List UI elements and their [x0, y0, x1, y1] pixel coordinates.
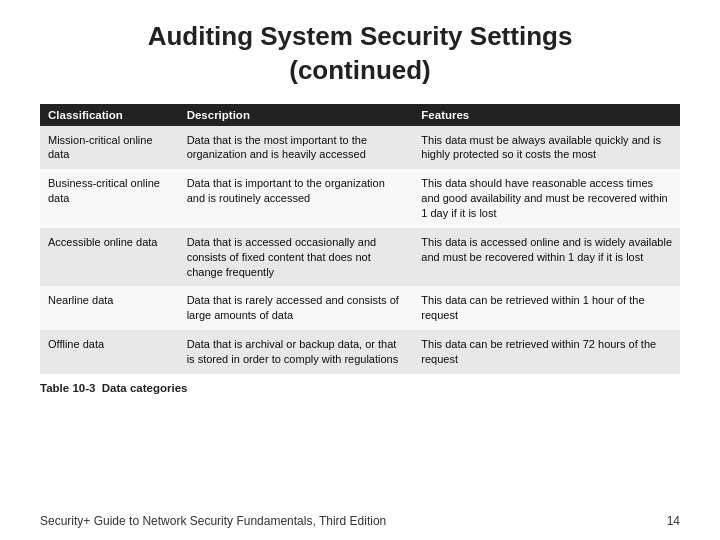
col-header-features: Features	[413, 104, 680, 126]
cell-description: Data that is the most important to the o…	[179, 126, 414, 170]
table-row: Offline dataData that is archival or bac…	[40, 330, 680, 374]
footer-left: Security+ Guide to Network Security Fund…	[40, 514, 386, 528]
cell-description: Data that is archival or backup data, or…	[179, 330, 414, 374]
table-header-row: Classification Description Features	[40, 104, 680, 126]
footer: Security+ Guide to Network Security Fund…	[40, 514, 680, 528]
table-row: Business-critical online dataData that i…	[40, 169, 680, 228]
cell-features: This data must be always available quick…	[413, 126, 680, 170]
cell-classification: Offline data	[40, 330, 179, 374]
cell-classification: Accessible online data	[40, 228, 179, 287]
cell-features: This data is accessed online and is wide…	[413, 228, 680, 287]
page: Auditing System Security Settings(contin…	[0, 0, 720, 540]
table-caption-label: Table 10-3	[40, 382, 95, 394]
col-header-classification: Classification	[40, 104, 179, 126]
cell-classification: Mission-critical online data	[40, 126, 179, 170]
cell-features: This data can be retrieved within 1 hour…	[413, 286, 680, 330]
table-row: Mission-critical online dataData that is…	[40, 126, 680, 170]
cell-classification: Nearline data	[40, 286, 179, 330]
page-title: Auditing System Security Settings(contin…	[40, 20, 680, 88]
cell-description: Data that is important to the organizati…	[179, 169, 414, 228]
cell-description: Data that is accessed occasionally and c…	[179, 228, 414, 287]
table-caption-text: Data categories	[102, 382, 188, 394]
col-header-description: Description	[179, 104, 414, 126]
cell-description: Data that is rarely accessed and consist…	[179, 286, 414, 330]
table-row: Nearline dataData that is rarely accesse…	[40, 286, 680, 330]
data-table: Classification Description Features Miss…	[40, 104, 680, 374]
footer-right: 14	[667, 514, 680, 528]
cell-features: This data can be retrieved within 72 hou…	[413, 330, 680, 374]
cell-classification: Business-critical online data	[40, 169, 179, 228]
table-row: Accessible online dataData that is acces…	[40, 228, 680, 287]
cell-features: This data should have reasonable access …	[413, 169, 680, 228]
table-caption: Table 10-3 Data categories	[40, 382, 680, 394]
